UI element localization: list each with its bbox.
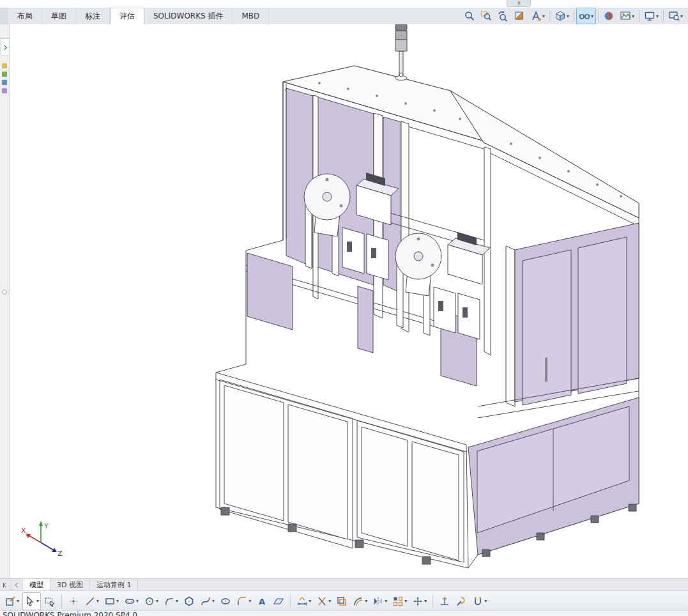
zoom-screen-button[interactable]: ▾ bbox=[666, 8, 685, 24]
polygon-icon bbox=[183, 596, 195, 607]
previous-view-button[interactable] bbox=[494, 8, 511, 24]
status-bar: SOLIDWORKS Premium 2020 SP4.0 bbox=[0, 610, 688, 616]
flyout-arrow-icon bbox=[2, 44, 9, 51]
panel-splitter-grip[interactable] bbox=[2, 289, 7, 295]
display-style-button[interactable]: ▾ bbox=[552, 8, 572, 24]
text-button[interactable]: A bbox=[254, 592, 270, 610]
feature-node-icon-4[interactable] bbox=[2, 88, 7, 93]
zoom-fit-button[interactable] bbox=[461, 8, 478, 24]
plane-button[interactable] bbox=[271, 592, 286, 610]
ribbon-tab-layout[interactable]: 布局 bbox=[8, 8, 42, 24]
bottom-tab-3d-views[interactable]: 3D 视图 bbox=[50, 579, 90, 591]
arc-icon bbox=[164, 596, 175, 607]
tab-scroll-left-button[interactable] bbox=[11, 579, 23, 591]
spline-button[interactable]: ▾ bbox=[198, 592, 217, 610]
section-view-button[interactable] bbox=[511, 8, 528, 24]
tab-scroll-start-icon bbox=[2, 581, 9, 589]
bottom-tab-motion-study-1[interactable]: 运动算例 1 bbox=[90, 579, 139, 591]
sketch-toolbar: ▾▾▾▾▾▾▾▾▾A▾▾▾▾▾▾▾ bbox=[0, 590, 688, 611]
ellipse-button[interactable] bbox=[218, 592, 233, 610]
polygon-button[interactable] bbox=[181, 592, 197, 610]
dropdown-arrow-icon: ▾ bbox=[632, 13, 634, 19]
feature-node-icon-3[interactable] bbox=[2, 80, 7, 85]
select-button[interactable]: ▾ bbox=[22, 592, 41, 610]
triad-x-label: X bbox=[21, 527, 26, 535]
rectangle-button[interactable]: ▾ bbox=[102, 592, 121, 610]
repair-button[interactable] bbox=[454, 592, 469, 610]
ribbon-tabs: 布局草图标注评估SOLIDWORKS 插件MBD bbox=[8, 8, 269, 24]
ribbon-tab-sketch[interactable]: 草图 bbox=[42, 8, 76, 24]
feature-node-icon-2[interactable] bbox=[2, 72, 7, 77]
annotation-view-button[interactable]: ▾ bbox=[528, 8, 547, 24]
fillet-icon bbox=[236, 596, 248, 607]
point-button[interactable] bbox=[66, 592, 81, 610]
feature-manager-collapsed bbox=[0, 24, 10, 579]
title-strip bbox=[0, 0, 688, 8]
ribbon-tab-evaluate[interactable]: 评估 bbox=[110, 8, 144, 25]
edit-appearance-icon bbox=[603, 10, 615, 22]
ribbon-tab-partial[interactable] bbox=[0, 8, 8, 24]
model-canvas[interactable]: Y X Z bbox=[9, 24, 688, 579]
tab-scroll-left-icon bbox=[13, 581, 20, 589]
feature-node-icon-1[interactable] bbox=[2, 63, 7, 68]
line-button[interactable]: ▾ bbox=[82, 592, 101, 610]
annotation-view-icon bbox=[530, 10, 542, 22]
view-settings-icon bbox=[644, 10, 655, 22]
smart-dimension-button[interactable]: ▾ bbox=[294, 592, 313, 610]
apply-scene-button[interactable]: ▾ bbox=[617, 8, 637, 24]
slot-icon bbox=[124, 596, 135, 607]
feature-manager-flyout-button[interactable] bbox=[1, 38, 10, 56]
offset-icon bbox=[353, 596, 364, 607]
snaps-button[interactable]: ▾ bbox=[470, 592, 489, 610]
bottom-tab-model[interactable]: 模型 bbox=[23, 579, 50, 591]
dropdown-arrow-icon: ▾ bbox=[542, 13, 545, 19]
zoom-area-button[interactable] bbox=[478, 8, 494, 24]
toolbar-separator bbox=[574, 10, 574, 22]
zoom-screen-icon bbox=[668, 10, 680, 22]
tab-scroll-start-button[interactable] bbox=[0, 579, 11, 591]
ribbon-tab-solidworks-addins[interactable]: SOLIDWORKS 插件 bbox=[144, 8, 233, 24]
fillet-button[interactable]: ▾ bbox=[234, 592, 253, 610]
zoom-fit-icon bbox=[464, 10, 475, 22]
graphics-viewport[interactable]: Y X Z bbox=[9, 24, 688, 579]
trim-button[interactable]: ▾ bbox=[314, 592, 333, 610]
toolbar-separator bbox=[549, 10, 550, 22]
configuration-tab-bar: 模型3D 视图运动算例 1 bbox=[0, 578, 688, 591]
dropdown-arrow-icon: ▾ bbox=[156, 598, 158, 604]
stack-light bbox=[395, 24, 407, 81]
plane-icon bbox=[273, 596, 284, 607]
text-icon: A bbox=[256, 596, 268, 607]
menu-pin-tab[interactable] bbox=[507, 0, 531, 7]
toolbar-separator bbox=[639, 10, 639, 22]
arc-button[interactable]: ▾ bbox=[162, 592, 180, 610]
ribbon-tab-annotation[interactable]: 标注 bbox=[76, 8, 110, 24]
solidworks-window: 布局草图标注评估SOLIDWORKS 插件MBD ▾▾▾▾▾▾ bbox=[0, 0, 688, 616]
sketch-button[interactable]: ▾ bbox=[3, 592, 21, 610]
move-button[interactable]: ▾ bbox=[410, 592, 429, 610]
relations-button[interactable] bbox=[437, 592, 452, 610]
sketch-icon bbox=[4, 596, 16, 607]
pattern-button[interactable]: ▾ bbox=[390, 592, 409, 610]
triad-y-label: Y bbox=[43, 522, 49, 530]
convert-entities-button[interactable] bbox=[334, 592, 349, 610]
dropdown-arrow-icon: ▾ bbox=[424, 598, 427, 604]
pattern-icon bbox=[392, 596, 404, 607]
ribbon-tab-mbd[interactable]: MBD bbox=[233, 8, 269, 24]
view-settings-button[interactable]: ▾ bbox=[641, 8, 661, 24]
hide-show-icon bbox=[579, 10, 590, 22]
edit-appearance-button[interactable] bbox=[600, 8, 617, 24]
pin-icon bbox=[516, 1, 522, 6]
line-icon bbox=[84, 596, 96, 607]
hide-show-button[interactable]: ▾ bbox=[576, 8, 596, 24]
triad-z-label: Z bbox=[57, 550, 63, 558]
slot-button[interactable]: ▾ bbox=[122, 592, 141, 610]
circle-icon bbox=[144, 596, 155, 607]
offset-button[interactable]: ▾ bbox=[351, 592, 369, 610]
apply-scene-icon bbox=[620, 10, 631, 22]
box-select-button[interactable] bbox=[42, 592, 57, 610]
circle-button[interactable]: ▾ bbox=[142, 592, 160, 610]
previous-view-icon bbox=[497, 10, 508, 22]
mirror-button[interactable]: ▾ bbox=[371, 592, 389, 610]
status-text: SOLIDWORKS Premium 2020 SP4.0 bbox=[3, 611, 137, 616]
dropdown-arrow-icon: ▾ bbox=[404, 598, 407, 604]
